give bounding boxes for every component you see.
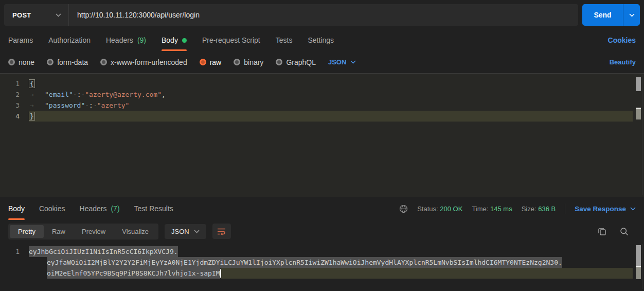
json-value: "azerty": [97, 100, 130, 111]
mode-x-www-form-urlencoded[interactable]: x-www-form-urlencoded: [100, 58, 187, 66]
divider: [565, 203, 565, 214]
response-panel: Body Cookies Headers (7) Test Results St…: [0, 197, 644, 290]
space-dot: ·: [93, 100, 97, 111]
jwt-token-part-2: eyJfaWQiOiI2MjBlY2Y2Y2FiMjEyYzA0NjE1Yjdm…: [47, 257, 562, 268]
tab-tests[interactable]: Tests: [276, 29, 293, 51]
response-view-tabs: Pretty Raw Preview Visualize: [8, 224, 158, 239]
method-selector[interactable]: POST: [4, 4, 69, 26]
json-colon: :: [89, 100, 93, 111]
search-icon[interactable]: [620, 227, 629, 236]
json-value: "azerty@azerty.com": [85, 89, 162, 100]
radio-icon: [47, 59, 53, 65]
language-label: JSON: [328, 58, 346, 66]
response-line-1: 1 eyJhbGciOiJIUzI1NiIsInR5cCI6IkpXVCJ9.: [0, 246, 644, 257]
tab-settings[interactable]: Settings: [308, 29, 334, 51]
send-button[interactable]: Send: [582, 4, 623, 26]
response-format-selector[interactable]: JSON: [165, 224, 206, 239]
radio-icon: [234, 59, 240, 65]
mode-urlencoded-label: x-www-form-urlencoded: [111, 58, 187, 66]
send-chevron-icon: [629, 13, 635, 17]
tab-params[interactable]: Params: [8, 29, 33, 51]
response-actions: [598, 227, 636, 236]
response-tab-test-results[interactable]: Test Results: [134, 197, 173, 220]
method-label: POST: [12, 11, 31, 19]
tab-authorization[interactable]: Authorization: [48, 29, 91, 51]
save-response-chevron-icon: [630, 207, 636, 211]
response-line-1-wrap-b: oiM2eElnf05YPc9BSq9PiP8S8KCJh7lvhjo1x-sa…: [0, 268, 644, 279]
editor-scrollbar-track: [635, 75, 642, 195]
response-view-bar: Pretty Raw Preview Visualize JSON: [0, 220, 644, 243]
line-number: 4: [0, 111, 29, 122]
network-globe-icon[interactable]: [399, 204, 408, 213]
radio-selected-icon: [200, 59, 206, 65]
response-tab-body[interactable]: Body: [8, 197, 25, 220]
tab-whitespace-marker: →: [29, 89, 45, 100]
tab-body[interactable]: Body: [162, 29, 187, 51]
mode-binary-label: binary: [244, 58, 263, 66]
wrap-text-button[interactable]: [212, 224, 231, 239]
json-key: "email": [45, 89, 73, 100]
response-scrollbar-thumb[interactable]: [636, 245, 641, 279]
save-response-button[interactable]: Save Response: [575, 205, 636, 213]
editor-scrollbar-thumb[interactable]: [636, 77, 641, 91]
url-input[interactable]: http://10.10.11.120:3000/api/user/login: [69, 4, 578, 26]
radio-icon: [8, 59, 15, 65]
time-label: Time:: [472, 205, 488, 213]
mode-form-data[interactable]: form-data: [47, 58, 88, 66]
mode-binary[interactable]: binary: [234, 58, 263, 66]
send-options-button[interactable]: [623, 4, 640, 26]
request-url-bar: POST http://10.10.11.120:3000/api/user/l…: [0, 0, 644, 29]
editor-line-2: 2 → "email" · : · "azerty@azerty.com" ,: [0, 89, 644, 100]
tab-params-label: Params: [8, 36, 33, 44]
time-badge: Time: 145 ms: [472, 205, 512, 213]
response-tab-headers-label: Headers: [80, 204, 107, 213]
json-comma: ,: [162, 89, 166, 100]
mode-graphql[interactable]: GraphQL: [276, 58, 316, 66]
space-dot: ·: [73, 89, 77, 100]
beautify-link[interactable]: Beautify: [610, 58, 636, 66]
save-response-label: Save Response: [575, 205, 626, 213]
response-tab-body-label: Body: [8, 204, 25, 213]
space-dot: ·: [85, 100, 89, 111]
editor-line-1: 1 {: [0, 78, 644, 89]
response-tab-cookies-label: Cookies: [39, 204, 65, 213]
view-tab-raw[interactable]: Raw: [44, 225, 74, 238]
mode-raw[interactable]: raw: [200, 58, 222, 66]
url-group: POST http://10.10.11.120:3000/api/user/l…: [4, 4, 578, 26]
view-tab-preview[interactable]: Preview: [74, 225, 114, 238]
tab-headers[interactable]: Headers (9): [106, 29, 146, 51]
response-line-1-wrap-a: eyJfaWQiOiI2MjBlY2Y2Y2FiMjEyYzA0NjE1Yjdm…: [0, 257, 644, 268]
copy-icon[interactable]: [598, 227, 606, 236]
json-key: "password": [45, 100, 85, 111]
view-tab-visualize[interactable]: Visualize: [114, 225, 157, 238]
response-tab-headers-count: (7): [111, 204, 119, 213]
tab-authorization-label: Authorization: [48, 36, 91, 44]
radio-icon: [100, 59, 107, 65]
radio-icon: [276, 59, 282, 65]
response-tab-test-results-label: Test Results: [134, 204, 173, 213]
mode-none[interactable]: none: [8, 58, 34, 66]
mode-graphql-label: GraphQL: [286, 58, 316, 66]
cookies-link[interactable]: Cookies: [608, 36, 636, 44]
response-header: Body Cookies Headers (7) Test Results St…: [0, 197, 644, 220]
tab-settings-label: Settings: [308, 36, 334, 44]
tab-tests-label: Tests: [276, 36, 293, 44]
send-split-button: Send: [582, 4, 640, 26]
response-tab-headers[interactable]: Headers (7): [80, 197, 120, 220]
request-body-editor[interactable]: 1 { 2 → "email" · : · "azerty@azerty.com…: [0, 73, 644, 197]
response-tab-cookies[interactable]: Cookies: [39, 197, 65, 220]
view-tab-pretty[interactable]: Pretty: [10, 225, 44, 238]
jwt-token-part-3: oiM2eElnf05YPc9BSq9PiP8S8KCJh7lvhjo1x-sa…: [47, 268, 220, 279]
language-selector[interactable]: JSON: [328, 58, 356, 66]
close-brace: }: [29, 112, 35, 121]
response-body-viewer[interactable]: 1 eyJhbGciOiJIUzI1NiIsInR5cCI6IkpXVCJ9. …: [0, 243, 644, 290]
tab-pre-request-script[interactable]: Pre-request Script: [202, 29, 260, 51]
editor-cursor-line-marker: [636, 108, 641, 119]
editor-line-3: 3 → "password" · : · "azerty": [0, 100, 644, 111]
mode-form-data-label: form-data: [57, 58, 88, 66]
status-badge: Status: 200 OK: [417, 205, 462, 213]
active-line-highlight: [221, 268, 633, 279]
tab-headers-label: Headers: [106, 36, 133, 44]
space-dot: ·: [81, 89, 85, 100]
format-chevron-icon: [194, 230, 200, 233]
